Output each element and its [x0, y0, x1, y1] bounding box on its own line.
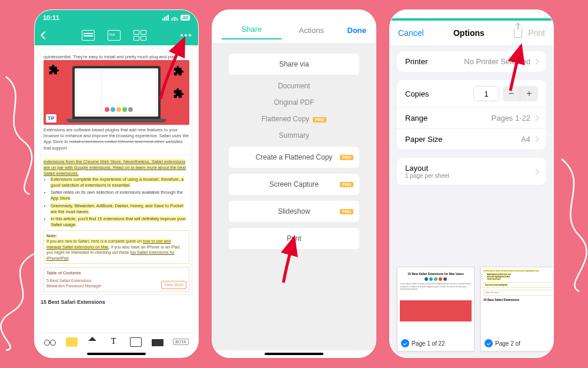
text-tool-icon[interactable] [109, 337, 121, 347]
slideshow-button[interactable]: SlideshowPRO [229, 201, 359, 222]
chevron-right-icon [533, 137, 539, 142]
copies-row: Copies 1 − + [397, 80, 546, 108]
tab-actions[interactable]: Actions [282, 26, 342, 39]
print-header: Cancel Options Print [390, 21, 553, 45]
view-mode-grid-icon[interactable] [133, 30, 146, 41]
share-via-button[interactable]: Share via [229, 54, 359, 75]
check-icon [485, 339, 493, 347]
share-sheet-body: Share via Document Original PDF Flattene… [212, 43, 376, 350]
puzzle-icon [48, 64, 60, 75]
phone-pdf-reader: 10:11 48 quintessential. They're easy to… [34, 9, 199, 358]
preview-page-2[interactable]: Lorem ipsum dolor sit amet Safari extens… [480, 267, 553, 352]
reader-mode-icon[interactable] [44, 337, 56, 347]
battery-badge: 48 [181, 15, 190, 21]
copies-field[interactable]: 1 [473, 86, 499, 101]
view-mode-web-icon[interactable] [82, 30, 95, 41]
chevron-right-icon [533, 168, 539, 174]
puzzle-icon [173, 87, 185, 99]
printer-card: Printer No Printer Selected [397, 51, 546, 72]
tp-badge: TP [46, 114, 56, 122]
print-action[interactable]: Print [528, 28, 545, 38]
layout-card: Layout 1 page per sheet [397, 158, 546, 185]
view-more-button[interactable]: View More [161, 281, 186, 289]
more-menu-button[interactable] [181, 34, 191, 37]
note-box: Note: If you are new to Safari, here is … [44, 230, 189, 264]
home-indicator [87, 353, 146, 355]
chevron-right-icon [533, 115, 539, 121]
home-indicator [265, 353, 323, 355]
article-text: Extensions are software-based plugins th… [44, 127, 189, 151]
bota-button[interactable]: BOTA [173, 339, 189, 345]
flattened-copy-option[interactable]: Flattened CopyPRO [229, 114, 359, 124]
back-button[interactable] [41, 31, 49, 39]
pro-badge: PRO [340, 182, 353, 187]
copies-increment[interactable]: + [520, 86, 538, 101]
article-bullets: Extensions complete the experience of us… [44, 177, 189, 228]
print-options-body: Printer No Printer Selected Copies 1 − +… [390, 45, 553, 357]
status-bar: 10:11 48 [35, 10, 198, 25]
screen-capture-button[interactable]: Screen CapturePRO [229, 174, 359, 195]
chevron-right-icon [533, 59, 539, 65]
pro-badge: PRO [340, 155, 353, 160]
done-button[interactable]: Done [342, 26, 367, 39]
article-heading: 15 Best Safari Extensions [41, 299, 192, 306]
copies-decrement[interactable]: − [503, 86, 520, 101]
highlight-tool-icon[interactable] [66, 337, 78, 347]
document-label: Document [229, 81, 359, 91]
table-of-contents[interactable]: Table of Contents 5 Best Safari Extensio… [44, 267, 189, 291]
paper-size-row[interactable]: Paper Size A4 [397, 129, 546, 150]
share-icon[interactable] [514, 28, 522, 38]
cellular-icon [162, 15, 169, 21]
bg-decor [550, 153, 588, 294]
stamp-tool-icon[interactable] [130, 337, 142, 347]
check-icon [401, 339, 409, 347]
pro-badge: PRO [340, 209, 353, 214]
create-flattened-button[interactable]: Create a Flattened CopyPRO [229, 147, 359, 168]
page-title: Options [453, 28, 485, 38]
settings-card: Copies 1 − + Range Pages 1-22 Paper Size… [397, 80, 546, 150]
printer-row[interactable]: Printer No Printer Selected [397, 51, 546, 72]
status-time: 10:11 [43, 14, 59, 21]
wifi-icon [171, 15, 178, 21]
preview-page-1[interactable]: 15 Best Safari Extensions for Mac Users … [397, 267, 475, 352]
pro-badge: PRO [313, 117, 326, 122]
phone-print-options: Cancel Options Print Printer No Printer … [389, 9, 554, 358]
cancel-button[interactable]: Cancel [398, 28, 424, 38]
print-button[interactable]: Print [229, 228, 359, 249]
view-mode-pdf-icon[interactable] [108, 30, 121, 41]
tab-share[interactable]: Share [222, 25, 282, 39]
phone-share-sheet: Share Actions Done Share via Document Or… [212, 9, 376, 358]
top-toolbar [35, 25, 198, 45]
puzzle-icon [173, 65, 185, 77]
original-pdf-option[interactable]: Original PDF [229, 97, 359, 108]
layout-row[interactable]: Layout 1 page per sheet [397, 158, 546, 185]
article-hero-image: TP [44, 60, 189, 125]
article-text: extensions from the Chrome Web Store. Ne… [44, 159, 189, 177]
share-sheet-header: Share Actions Done [212, 10, 376, 43]
document-viewport[interactable]: quintessential. They're easy to install … [35, 45, 198, 333]
bottom-toolbar: BOTA [35, 333, 198, 350]
summary-option[interactable]: Summary [229, 130, 359, 141]
range-row[interactable]: Range Pages 1-22 [397, 108, 546, 129]
shape-tool-icon[interactable] [152, 339, 163, 346]
pen-tool-icon[interactable] [88, 337, 98, 347]
page-previews: 15 Best Safari Extensions for Mac Users … [397, 261, 546, 352]
article-text: quintessential. They're easy to install … [44, 54, 189, 60]
